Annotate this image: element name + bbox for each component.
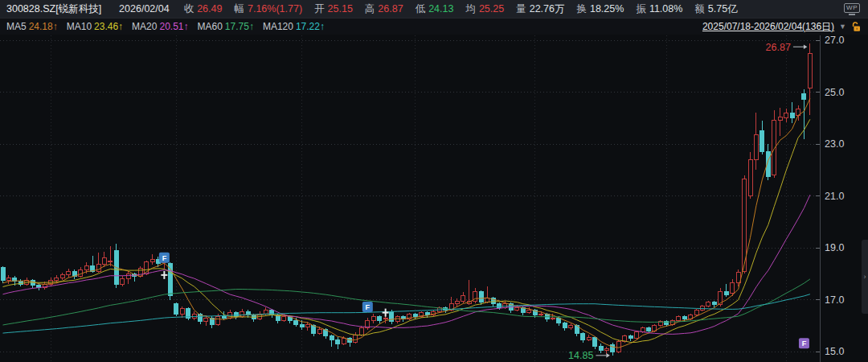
axis-tick-label: 19.0 <box>825 242 844 253</box>
quote-field-value: 7.16%(1.77) <box>248 3 302 14</box>
svg-text:F: F <box>162 254 167 262</box>
ma-value: 17.75↑ <box>225 21 254 32</box>
price-axis: 27.025.023.021.019.017.015.0 <box>816 35 844 362</box>
quote-field-额: 额5.75亿 <box>694 2 737 16</box>
axis-tick-label: 23.0 <box>825 138 844 150</box>
quote-field-label: 均 <box>465 3 476 14</box>
wp-monitor-icon[interactable]: WP <box>844 3 860 15</box>
date-range-label[interactable]: 2025/07/18-2026/02/04(136日) <box>702 20 834 34</box>
quote-field-换: 换18.25% <box>576 2 624 16</box>
ma-line-MA10 <box>3 119 810 342</box>
quote-field-value: 5.75亿 <box>708 3 738 14</box>
quote-field-label: 量 <box>516 3 526 14</box>
ma-lines <box>3 99 810 348</box>
quote-field-量: 量22.76万 <box>516 2 564 16</box>
quote-field-value: 26.49 <box>197 3 222 14</box>
quote-bar: 300828.SZ[锐新科技] 2026/02/04 收26.49幅7.16%(… <box>0 0 868 19</box>
quote-field-label: 换 <box>576 3 587 14</box>
event-badges: FFF <box>159 253 809 348</box>
trade-date: 2026/02/04 <box>119 3 170 14</box>
ma-value: 17.22↑ <box>296 21 325 32</box>
quote-field-value: 11.08% <box>649 3 682 14</box>
ma-value: 20.51↑ <box>159 21 188 32</box>
ma-value: 24.18↑ <box>29 21 58 32</box>
svg-text:F: F <box>366 303 371 311</box>
svg-text:26.87: 26.87 <box>766 42 791 53</box>
chevron-down-icon[interactable]: ▼ <box>839 23 846 31</box>
ma-label: MA5 <box>6 21 27 32</box>
cross-markers <box>161 271 388 317</box>
event-badge-F[interactable]: F <box>799 338 809 348</box>
ma-label: MA10 <box>67 21 92 32</box>
quote-field-均: 均25.25 <box>465 2 504 16</box>
quote-field-幅: 幅7.16%(1.77) <box>234 2 302 16</box>
svg-text:F: F <box>802 339 807 348</box>
price-annotations: 26.8714.85 <box>568 42 807 361</box>
event-badge-F[interactable]: F <box>362 302 373 312</box>
quote-field-高: 高26.87 <box>365 2 403 16</box>
axis-tick-label: 17.0 <box>825 294 844 306</box>
unlock-icon[interactable] <box>851 22 862 32</box>
svg-text:14.85: 14.85 <box>568 350 593 361</box>
quote-field-label: 幅 <box>234 3 244 14</box>
ma-label: MA120 <box>263 21 293 32</box>
quote-field-低: 低24.13 <box>416 2 454 16</box>
axis-tick-label: 15.0 <box>825 346 844 357</box>
ma-item-MA5: MA524.18↑ <box>6 21 58 32</box>
ma-item-MA60: MA6017.75↑ <box>198 21 254 32</box>
ma-item-MA10: MA1023.46↑ <box>67 21 123 32</box>
quote-field-label: 收 <box>184 3 194 14</box>
range-controls: 2025/07/18-2026/02/04(136日) ▼ <box>702 20 862 34</box>
monitor-stand <box>849 14 855 15</box>
quote-field-label: 低 <box>416 3 426 14</box>
stock-chart-window: 27.025.023.021.019.017.015.0FFF26.8714.8… <box>0 0 868 362</box>
ma-value: 23.46↑ <box>94 21 123 32</box>
kline-chart[interactable]: 27.025.023.021.019.017.015.0FFF26.8714.8… <box>0 0 868 362</box>
chevron-right-icon: › <box>864 274 866 281</box>
ma-line-MA20 <box>3 195 810 334</box>
quote-field-label: 额 <box>694 3 705 14</box>
ma-bar: MA524.18↑MA1023.46↑MA2020.51↑MA6017.75↑M… <box>0 19 868 35</box>
ma-indicators: MA524.18↑MA1023.46↑MA2020.51↑MA6017.75↑M… <box>6 21 334 32</box>
ma-label: MA60 <box>198 21 223 32</box>
quote-fields: 收26.49幅7.16%(1.77)开25.15高26.87低24.13均25.… <box>184 2 750 16</box>
quote-field-value: 25.25 <box>479 3 504 14</box>
quote-field-label: 振 <box>636 3 646 14</box>
quote-field-value: 22.76万 <box>530 3 565 14</box>
axis-tick-label: 25.0 <box>825 87 844 98</box>
ma-item-MA120: MA12017.22↑ <box>263 21 325 32</box>
quote-field-value: 24.13 <box>428 3 453 14</box>
quote-field-收: 收26.49 <box>184 2 223 16</box>
event-badge-F[interactable]: F <box>159 253 170 263</box>
quote-field-振: 振11.08% <box>636 2 682 16</box>
ma-item-MA20: MA2020.51↑ <box>132 21 188 32</box>
candlesticks <box>1 43 812 356</box>
right-panel-handle[interactable]: › <box>862 240 868 314</box>
ma-line-MA5 <box>3 99 810 348</box>
quote-field-开: 开25.15 <box>314 2 353 16</box>
stock-symbol: 300828.SZ[锐新科技] <box>6 2 101 16</box>
low-annotation: 14.85 <box>568 350 610 361</box>
axis-tick-label: 27.0 <box>825 35 844 46</box>
axis-tick-label: 21.0 <box>825 191 844 202</box>
high-annotation: 26.87 <box>766 42 808 53</box>
ma-label: MA20 <box>132 21 157 32</box>
quote-field-value: 25.15 <box>328 3 353 14</box>
quote-field-label: 高 <box>365 3 375 14</box>
quote-field-value: 26.87 <box>378 3 403 14</box>
quote-field-value: 18.25% <box>590 3 624 14</box>
quote-field-label: 开 <box>314 3 325 14</box>
